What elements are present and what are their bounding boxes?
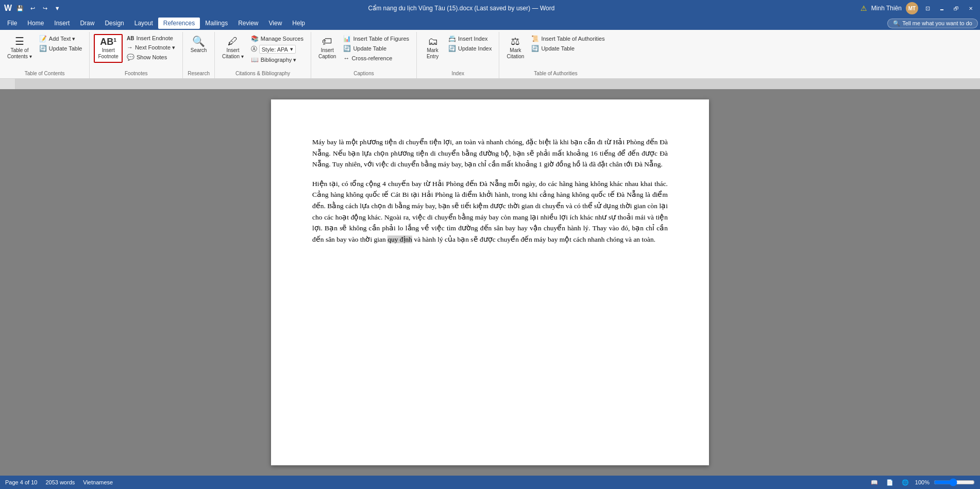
paragraph-1: Máy bay là một phương tiện di chuyển tiệ…: [312, 137, 668, 170]
title-bar-right: ⚠ Minh Thiên MT ⊡ 🗕 🗗 ✕: [860, 2, 976, 14]
insert-toa-icon: 📜: [531, 35, 539, 42]
style-dropdown[interactable]: Ⓐ Style: APA ▾: [248, 44, 307, 55]
captions-small-buttons: 📊 Insert Table of Figures 🔄 Update Table…: [340, 34, 412, 63]
toc-icon: ☰: [15, 36, 24, 46]
mark-citation-icon: ⚖: [511, 36, 520, 46]
update-toc-icon: 🔄: [39, 45, 47, 52]
print-layout-button[interactable]: 📄: [884, 478, 895, 487]
document-page: Máy bay là một phương tiện di chuyển tiệ…: [271, 99, 709, 465]
table-of-contents-button[interactable]: ☰ Table ofContents ▾: [4, 34, 35, 62]
insert-citation-button[interactable]: 🖊 InsertCitation ▾: [219, 34, 247, 62]
update-toc-button[interactable]: 🔄 Update Table: [36, 44, 86, 53]
menu-bar: File Home Insert Draw Design Layout Refe…: [0, 16, 980, 30]
insert-table-of-figures-button[interactable]: 📊 Insert Table of Figures: [340, 34, 412, 43]
document-area[interactable]: Máy bay là một phương tiện di chuyển tiệ…: [0, 89, 980, 476]
update-captions-table-button[interactable]: 🔄 Update Table: [340, 44, 412, 53]
redo-button[interactable]: ↪: [40, 3, 50, 13]
menu-layout[interactable]: Layout: [129, 18, 158, 29]
ribbon: ☰ Table ofContents ▾ 📝 Add Text ▾ 🔄 Upda…: [0, 30, 980, 79]
manage-sources-icon: 📚: [251, 35, 259, 42]
menu-references[interactable]: References: [158, 18, 200, 29]
citations-items: 🖊 InsertCitation ▾ 📚 Manage Sources Ⓐ St…: [219, 34, 307, 69]
ribbon-group-research: 🔍 Search Research: [183, 32, 215, 78]
web-layout-button[interactable]: 🌐: [900, 478, 911, 487]
mark-entry-button[interactable]: 🗂 MarkEntry: [421, 34, 444, 62]
insert-footnote-icon: AB¹: [100, 37, 116, 46]
minimize-button[interactable]: 🗕: [937, 3, 947, 13]
footnotes-group-label: Footnotes: [125, 69, 147, 76]
search-button[interactable]: 🔍 Search: [187, 34, 210, 56]
tell-me-input[interactable]: 🔍 Tell me what you want to do: [887, 19, 978, 28]
toa-items: ⚖ MarkCitation 📜 Insert Table of Authori…: [503, 34, 607, 69]
ribbon-display-options[interactable]: ⊡: [922, 3, 933, 13]
language-indicator: Vietnamese: [83, 479, 113, 485]
maximize-button[interactable]: 🗗: [951, 3, 961, 13]
read-mode-button[interactable]: 📖: [869, 478, 880, 487]
citations-small-buttons: 📚 Manage Sources Ⓐ Style: APA ▾ 📖 Biblio…: [248, 34, 307, 64]
word-icon: W: [4, 4, 12, 13]
close-button[interactable]: ✕: [966, 3, 976, 13]
ruler: [0, 79, 980, 89]
insert-caption-icon: 🏷: [322, 36, 332, 46]
footnotes-items: AB¹ InsertFootnote AB Insert Endnote → N…: [94, 34, 178, 69]
table-of-figures-icon: 📊: [343, 35, 351, 42]
ruler-corner: [0, 79, 15, 89]
title-bar-left: W 💾 ↩ ↪ ▼: [4, 3, 62, 13]
bibliography-button[interactable]: 📖 Bibliography ▾: [248, 55, 307, 64]
menu-insert[interactable]: Insert: [49, 18, 75, 29]
captions-items: 🏷 InsertCaption 📊 Insert Table of Figure…: [315, 34, 412, 69]
toa-small-buttons: 📜 Insert Table of Authorities 🔄 Update T…: [528, 34, 607, 53]
ribbon-group-captions: 🏷 InsertCaption 📊 Insert Table of Figure…: [311, 32, 417, 78]
bibliography-icon: 📖: [251, 56, 259, 63]
menu-mailings[interactable]: Mailings: [200, 18, 233, 29]
menu-help[interactable]: Help: [287, 18, 310, 29]
zoom-slider[interactable]: [934, 478, 975, 486]
insert-footnote-button[interactable]: AB¹ InsertFootnote: [94, 34, 122, 63]
menu-home[interactable]: Home: [22, 18, 49, 29]
research-items: 🔍 Search: [187, 34, 210, 69]
add-text-button[interactable]: 📝 Add Text ▾: [36, 34, 86, 43]
document-title: Cẩm nang du lịch Vũng Tàu (15).docx (Las…: [62, 5, 860, 12]
index-small-buttons: 📇 Insert Index 🔄 Update Index: [445, 34, 495, 53]
highlighted-text: quy định: [387, 235, 412, 243]
style-icon: Ⓐ: [251, 45, 257, 54]
menu-review[interactable]: Review: [233, 18, 263, 29]
insert-index-button[interactable]: 📇 Insert Index: [445, 34, 495, 43]
menu-draw[interactable]: Draw: [75, 18, 99, 29]
research-search-icon: 🔍: [192, 36, 205, 46]
next-footnote-button[interactable]: → Next Footnote ▾: [124, 43, 178, 52]
document-content[interactable]: Máy bay là một phương tiện di chuyển tiệ…: [312, 137, 668, 245]
undo-button[interactable]: ↩: [27, 3, 38, 13]
ribbon-group-toc: ☰ Table ofContents ▾ 📝 Add Text ▾ 🔄 Upda…: [0, 32, 90, 78]
update-toa-button[interactable]: 🔄 Update Table: [528, 44, 607, 53]
menu-file[interactable]: File: [2, 18, 22, 29]
update-toa-icon: 🔄: [531, 45, 539, 52]
mark-citation-button[interactable]: ⚖ MarkCitation: [503, 34, 527, 62]
show-notes-button[interactable]: 💬 Show Notes: [124, 53, 178, 62]
cross-reference-button[interactable]: ↔ Cross-reference: [340, 54, 412, 63]
style-select[interactable]: Style: APA ▾: [259, 45, 296, 54]
manage-sources-button[interactable]: 📚 Manage Sources: [248, 34, 307, 43]
search-icon: 🔍: [893, 20, 900, 27]
qat-dropdown[interactable]: ▼: [52, 3, 62, 13]
citations-group-label: Citations & Bibliography: [235, 69, 290, 76]
cross-reference-icon: ↔: [343, 55, 349, 62]
insert-endnote-button[interactable]: AB Insert Endnote: [124, 34, 178, 42]
user-name: Minh Thiên: [871, 5, 902, 12]
user-avatar[interactable]: MT: [906, 2, 918, 14]
insert-index-icon: 📇: [448, 35, 456, 42]
mark-entry-icon: 🗂: [428, 36, 438, 46]
insert-caption-button[interactable]: 🏷 InsertCaption: [315, 34, 339, 62]
captions-group-label: Captions: [353, 69, 374, 76]
word-count: 2053 words: [45, 479, 75, 485]
warning-icon: ⚠: [860, 4, 867, 12]
menu-design[interactable]: Design: [99, 18, 129, 29]
insert-toa-button[interactable]: 📜 Insert Table of Authorities: [528, 34, 607, 43]
menu-view[interactable]: View: [264, 18, 288, 29]
ribbon-group-index: 🗂 MarkEntry 📇 Insert Index 🔄 Update Inde…: [417, 32, 499, 78]
ribbon-group-toa: ⚖ MarkCitation 📜 Insert Table of Authori…: [499, 32, 612, 78]
status-bar: Page 4 of 10 2053 words Vietnamese 📖 📄 🌐…: [0, 476, 980, 489]
next-footnote-icon: →: [127, 44, 133, 51]
save-button[interactable]: 💾: [15, 3, 25, 13]
update-index-button[interactable]: 🔄 Update Index: [445, 44, 495, 53]
